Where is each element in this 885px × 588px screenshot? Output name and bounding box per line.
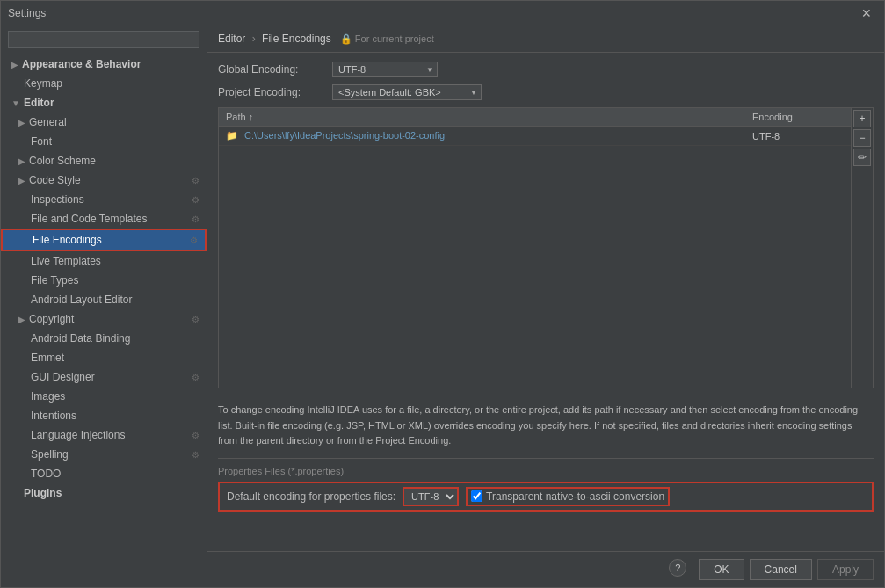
sidebar-label: File Types — [18, 274, 78, 287]
table-cell-path: 📁 C:\Users\lfy\IdeaProjects\spring-boot-… — [219, 127, 745, 146]
sidebar-item-language-injections[interactable]: Language Injections ⚙ — [1, 425, 207, 445]
encoding-table: Path Encoding 📁 C:\Users\lfy\IdeaProject… — [219, 108, 851, 146]
sidebar-label: Color Scheme — [29, 155, 96, 167]
sidebar-item-code-style[interactable]: ▶ Code Style ⚙ — [1, 171, 207, 190]
settings-window: Settings ✕ ▶ Appearance & Behavior Keyma… — [0, 0, 885, 588]
chevron-icon: ▼ — [11, 98, 20, 108]
settings-icon: ⚙ — [190, 236, 198, 245]
properties-section: Properties Files (*.properties) Default … — [218, 458, 874, 512]
panel-subtitle: 🔒 For current project — [340, 33, 434, 45]
sidebar-label: Spelling — [18, 448, 69, 461]
transparent-checkbox[interactable] — [471, 490, 482, 502]
chevron-icon: ▶ — [18, 315, 25, 324]
button-row: ? OK Cancel Apply — [207, 551, 884, 587]
sidebar-label: Images — [18, 390, 65, 403]
sidebar-item-gui-designer[interactable]: GUI Designer ⚙ — [1, 367, 207, 387]
breadcrumb-separator: › — [252, 33, 258, 45]
table-row[interactable]: 📁 C:\Users\lfy\IdeaProjects\spring-boot-… — [219, 127, 851, 146]
sidebar-label: Android Data Binding — [18, 332, 130, 345]
chevron-icon: ▶ — [11, 60, 18, 69]
sidebar-label: GUI Designer — [18, 371, 95, 383]
settings-icon: ⚙ — [192, 214, 199, 224]
sidebar-item-copyright[interactable]: ▶ Copyright ⚙ — [1, 309, 207, 329]
global-encoding-select[interactable]: UTF-8 — [332, 62, 438, 77]
sidebar-label: Appearance & Behavior — [22, 58, 141, 70]
help-button[interactable]: ? — [669, 559, 686, 577]
global-encoding-select-wrapper: UTF-8 — [332, 62, 438, 77]
remove-row-button[interactable]: − — [853, 129, 871, 147]
sidebar-label: General — [29, 116, 67, 128]
breadcrumb-editor: Editor — [218, 33, 245, 45]
sidebar-label: Copyright — [29, 313, 74, 325]
properties-row: Default encoding for properties files: U… — [218, 482, 874, 512]
apply-button[interactable]: Apply — [817, 559, 874, 580]
settings-icon: ⚙ — [192, 315, 199, 324]
path-value: C:\Users\lfy\IdeaProjects\spring-boot-02… — [244, 130, 445, 141]
sidebar-label: Keymap — [11, 77, 62, 90]
table-cell-encoding: UTF-8 — [745, 127, 851, 146]
project-encoding-row: Project Encoding: <System Default: GBK> — [218, 84, 874, 100]
chevron-icon: ▶ — [18, 176, 25, 185]
encoding-table-container: Path Encoding 📁 C:\Users\lfy\IdeaProject… — [218, 107, 874, 388]
sidebar-item-file-and-code-templates[interactable]: File and Code Templates ⚙ — [1, 209, 207, 229]
sidebar-item-editor[interactable]: ▼ Editor — [1, 93, 207, 113]
sidebar: ▶ Appearance & Behavior Keymap ▼ Editor … — [1, 25, 207, 587]
sidebar-item-intentions[interactable]: Intentions — [1, 406, 207, 425]
sidebar-list: ▶ Appearance & Behavior Keymap ▼ Editor … — [1, 54, 207, 587]
sidebar-label: Emmet — [18, 352, 64, 364]
settings-icon: ⚙ — [192, 195, 199, 205]
sidebar-item-file-types[interactable]: File Types — [1, 271, 207, 290]
project-encoding-select[interactable]: <System Default: GBK> — [332, 84, 482, 100]
properties-encoding-select[interactable]: UTF-8 — [403, 487, 459, 506]
chevron-icon: ▶ — [18, 118, 25, 127]
project-encoding-select-wrapper: <System Default: GBK> — [332, 84, 482, 100]
sidebar-label: Plugins — [11, 487, 62, 499]
info-line1: To change encoding IntelliJ IDEA uses fo… — [218, 404, 800, 415]
table-actions: + − ✏ — [851, 108, 873, 388]
sidebar-item-android-data-binding[interactable]: Android Data Binding — [1, 329, 207, 348]
sidebar-item-keymap[interactable]: Keymap — [1, 74, 207, 93]
sidebar-label: File and Code Templates — [18, 213, 148, 225]
panel-header: Editor › File Encodings 🔒 For current pr… — [207, 25, 884, 53]
sidebar-item-color-scheme[interactable]: ▶ Color Scheme — [1, 151, 207, 171]
sidebar-label: Live Templates — [18, 255, 101, 267]
sidebar-label: Android Layout Editor — [18, 294, 132, 306]
sidebar-item-images[interactable]: Images — [1, 387, 207, 406]
sidebar-label: Font — [18, 135, 52, 148]
col-encoding[interactable]: Encoding — [745, 108, 851, 127]
main-content: ▶ Appearance & Behavior Keymap ▼ Editor … — [1, 25, 884, 587]
cancel-button[interactable]: Cancel — [750, 559, 812, 580]
sidebar-item-emmet[interactable]: Emmet — [1, 348, 207, 367]
sidebar-item-live-templates[interactable]: Live Templates — [1, 251, 207, 271]
close-button[interactable]: ✕ — [856, 4, 877, 22]
sidebar-item-todo[interactable]: TODO — [1, 464, 207, 483]
settings-icon: ⚙ — [192, 431, 199, 440]
sidebar-item-inspections[interactable]: Inspections ⚙ — [1, 190, 207, 209]
ok-button[interactable]: OK — [699, 559, 744, 580]
panel-body: Global Encoding: UTF-8 Project Encoding:… — [207, 53, 884, 551]
sidebar-item-spelling[interactable]: Spelling ⚙ — [1, 445, 207, 464]
default-encoding-label: Default encoding for properties files: — [227, 490, 395, 503]
sidebar-item-file-encodings[interactable]: File Encodings ⚙ — [1, 229, 207, 251]
folder-icon: 📁 — [226, 130, 238, 141]
sidebar-label: Code Style — [29, 174, 81, 186]
sidebar-item-appearance[interactable]: ▶ Appearance & Behavior — [1, 54, 207, 74]
col-path[interactable]: Path — [219, 108, 745, 127]
transparent-checkbox-wrapper: Transparent native-to-ascii conversion — [466, 487, 670, 506]
breadcrumb: Editor › File Encodings — [218, 33, 331, 45]
sidebar-item-font[interactable]: Font — [1, 132, 207, 151]
edit-row-button[interactable]: ✏ — [853, 149, 871, 166]
search-input[interactable] — [8, 31, 199, 48]
sidebar-item-general[interactable]: ▶ General — [1, 113, 207, 132]
project-encoding-label: Project Encoding: — [218, 86, 332, 98]
global-encoding-label: Global Encoding: — [218, 63, 332, 76]
sidebar-item-plugins[interactable]: Plugins — [1, 483, 207, 503]
encoding-table-inner: Path Encoding 📁 C:\Users\lfy\IdeaProject… — [219, 108, 851, 388]
sidebar-label: Editor — [24, 97, 54, 109]
info-text: To change encoding IntelliJ IDEA uses fo… — [218, 397, 874, 454]
sidebar-item-android-layout-editor[interactable]: Android Layout Editor — [1, 290, 207, 309]
settings-icon: ⚙ — [192, 450, 199, 460]
sidebar-label: TODO — [18, 468, 61, 480]
global-encoding-row: Global Encoding: UTF-8 — [218, 62, 874, 77]
add-row-button[interactable]: + — [853, 110, 871, 127]
